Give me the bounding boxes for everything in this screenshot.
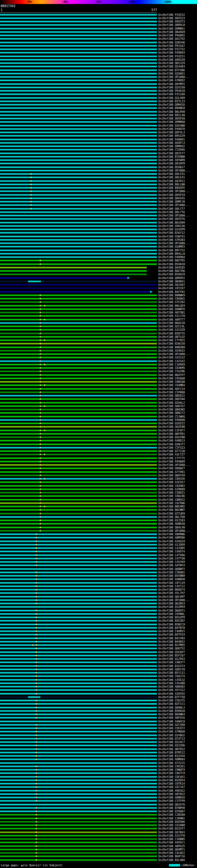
hit-label[interactable]: UniRef100_Q0FPD1 [158,432,185,435]
alignment-row[interactable]: UniRef100_B5FC07 [0,654,197,657]
alignment-row[interactable]: UniRef100_C4L8G1 [0,851,197,855]
hit-label[interactable]: UniRef100_C9NQF9 [158,769,185,771]
alignment-row[interactable]: UniRef100_UP1000... [0,190,197,193]
hit-bar-segment[interactable] [0,686,157,688]
hit-bar-segment[interactable] [0,381,157,383]
hit-bar-segment[interactable] [0,582,157,584]
hit-bar-segment[interactable] [0,187,157,189]
hit-label[interactable]: UniRef100_C45E32 [158,678,185,681]
alignment-row[interactable]: UniRef100_A8M5B6 [0,536,197,539]
hit-bar-segment[interactable] [0,28,157,29]
hit-label[interactable]: UniRef100_B4TP24 [158,633,185,636]
hit-bar-segment[interactable] [0,689,157,691]
alignment-row[interactable]: UniRef100_A4W4C8 [0,720,197,723]
hit-bar-segment[interactable] [0,322,157,323]
alignment-row[interactable]: UniRef100_C9CD72 [0,727,197,730]
alignment-row[interactable]: UniRef100_C8VCH5 [0,477,197,480]
hit-label[interactable]: UniRef100_B8E4M2 [158,505,185,508]
alignment-row[interactable]: UniRef100_A3LTZ7 [0,453,197,456]
hit-bar-segment[interactable] [0,645,157,646]
hit-bar-segment[interactable] [0,166,157,168]
alignment-row[interactable]: UniRef100_Q65329 [0,62,197,65]
hit-bar-segment[interactable] [0,786,157,788]
hit-label[interactable]: UniRef100_P40091 [158,138,185,141]
hit-bar-segment[interactable] [0,440,157,441]
hit-bar-segment[interactable] [0,571,157,573]
hit-label[interactable]: UniRef100_C2BZ60 [158,813,185,816]
hit-label[interactable]: UniRef100_C65KM5 [158,367,185,370]
hit-label[interactable]: UniRef100_Q324C7 [158,741,185,744]
hit-bar-segment[interactable] [0,63,157,64]
hit-bar-segment[interactable] [0,194,157,195]
hit-label[interactable]: UniRef100_Q5E6P7 [158,651,185,653]
hit-bar-segment[interactable] [0,66,157,67]
alignment-row[interactable]: UniRef100_A6ZE80 [0,425,197,429]
alignment-row[interactable]: UniRef100_B44B52 [0,640,197,643]
hit-label[interactable]: UniRef100_C5FSZ3 [158,446,185,449]
hit-bar-segment[interactable] [0,627,157,628]
alignment-row[interactable]: UniRef100_C4TV06 [0,553,197,557]
hit-bar-segment[interactable] [0,714,157,715]
hit-bar-segment[interactable] [0,731,157,733]
alignment-row[interactable]: UniRef100_Q9MB60 [0,120,197,124]
hit-bar-segment[interactable] [0,779,157,781]
alignment-row[interactable]: UniRef100_C4TTV0 [0,557,197,560]
hit-bar-segment[interactable] [0,360,157,362]
hit-bar-segment[interactable] [0,239,157,241]
hit-bar-segment[interactable] [0,388,157,390]
hit-bar-segment[interactable] [0,835,157,836]
hit-label[interactable]: UniRef100_C3UBW5 [158,838,185,841]
hit-label[interactable]: UniRef100_C4SYK9 [158,561,185,563]
hit-bar-segment[interactable] [0,114,157,116]
alignment-row[interactable]: UniRef100_C9S6Q8 [0,377,197,380]
hit-label[interactable]: UniRef100_UP1000... [158,204,190,207]
hit-label[interactable]: UniRef100_Q26661 [158,72,185,75]
hit-label[interactable]: UniRef100_Q43911 [158,180,185,182]
alignment-row[interactable]: UniRef100_A1C1T0 [0,314,197,318]
alignment-row[interactable]: UniRef100_C61000 [0,824,197,827]
hit-bar-segment[interactable] [0,620,157,622]
hit-bar-segment[interactable] [0,527,157,528]
alignment-row[interactable]: UniRef100_C5Z046 [0,148,197,152]
alignment-row[interactable]: UniRef100_A4VSC1 [0,841,197,844]
hit-label[interactable]: UniRef100_C0NIQ0 [158,380,185,383]
hit-label[interactable]: UniRef100_A8JG07 [158,284,185,286]
hit-bar-segment[interactable] [0,672,157,674]
hit-label[interactable]: UniRef100_Q9MB60 [158,121,185,123]
alignment-row[interactable]: UniRef100_B5UBJ7 [0,165,197,169]
hit-bar-segment[interactable] [0,149,157,151]
hit-label[interactable]: UniRef100_C6NJF7 [158,661,185,664]
alignment-row[interactable]: UniRef100_B4TP24 [0,633,197,637]
hit-label[interactable]: UniRef100_Q95M55 [158,83,185,85]
alignment-row[interactable]: UniRef100_Q083W2 [0,408,197,411]
hit-label[interactable]: UniRef100_Q9LFU1 [158,173,185,176]
hit-bar-segment[interactable] [0,14,157,16]
hit-label[interactable]: UniRef100_A7NVD2 [158,79,185,82]
hit-label[interactable]: UniRef100_B9F7S2 [158,249,185,252]
alignment-row[interactable]: UniRef100_Q9MFJ0 [0,200,197,204]
alignment-row[interactable]: UniRef100_C5JWK6 [0,415,197,418]
alignment-row[interactable]: UniRef100_UP1000... [0,75,197,79]
alignment-row[interactable]: UniRef100_A1RK09 [0,488,197,491]
hit-bar-segment[interactable] [0,156,157,157]
alignment-row[interactable]: UniRef100_C5BGB1 [0,570,197,574]
hit-label[interactable]: UniRef100_Q6Z8G3 [158,602,185,605]
hit-bar-segment[interactable] [0,412,157,414]
hit-label[interactable]: UniRef100_C8T119 [158,581,185,584]
hit-bar-segment[interactable] [0,405,157,407]
alignment-row[interactable]: UniRef100_C5DJY5 [0,699,197,702]
hit-label[interactable]: UniRef100_A4W8A0 [158,578,185,581]
hit-bar-segment[interactable] [0,76,157,78]
alignment-row[interactable]: UniRef100_C4JU05 [0,547,197,550]
hit-bar-segment[interactable] [0,551,157,552]
hit-label[interactable]: UniRef100_Q0UTA9 [158,474,185,477]
hit-label[interactable]: UniRef100_A8HRW6 [158,533,185,536]
alignment-row[interactable]: UniRef100_Q3LX09 [0,96,197,99]
hit-label[interactable]: UniRef100_A5Y312 [158,689,185,691]
alignment-row[interactable]: UniRef100_B7U9N0 [0,155,197,158]
alignment-row[interactable]: UniRef100_A6WR30 [0,522,197,526]
hit-bar-segment[interactable] [0,703,157,705]
hit-label[interactable]: UniRef100_B5Y111 [158,672,185,674]
hit-bar-segment[interactable] [0,727,157,729]
alignment-row[interactable]: UniRef100_UP1000... [0,214,197,217]
